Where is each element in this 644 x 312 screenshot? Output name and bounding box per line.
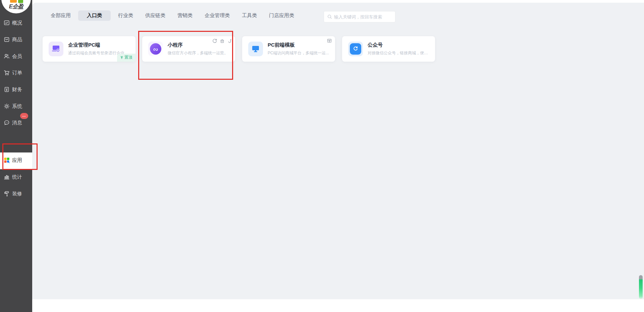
pin-top-label: 置顶 — [124, 55, 132, 60]
browser-icon[interactable] — [327, 39, 332, 43]
brand-logo: E企盈 — [1, 0, 31, 13]
sidebar: E企盈 概况 商品 会员 — [0, 0, 32, 312]
sidebar-item-label: 商品 — [12, 37, 22, 43]
card-action-bar — [212, 39, 232, 43]
goods-box-icon — [4, 37, 10, 43]
tab-marketing-category[interactable]: 营销类 — [173, 10, 197, 21]
app-card-pc-template[interactable]: PC前端模板 PC端访问商城平台，多端统一运... — [242, 36, 335, 62]
system-gear-icon — [4, 103, 10, 109]
decorate-roller-icon — [4, 191, 10, 197]
card-desc: PC端访问商城平台，多端统一运... — [268, 50, 330, 56]
orders-cart-icon — [4, 70, 10, 76]
sidebar-item-system[interactable]: 系统 — [0, 101, 32, 111]
members-users-icon — [4, 53, 10, 59]
pc-admin-icon — [49, 42, 63, 56]
sidebar-item-label: 统计 — [12, 174, 22, 180]
pc-template-icon — [248, 42, 263, 56]
sidebar-item-label: 装修 — [12, 191, 22, 197]
tab-store-app-category[interactable]: 门店应用类 — [264, 10, 299, 21]
app-market-page: 全部应用 入口类 行业类 供应链类 营销类 企业管理类 工具类 门店应用类 企业… — [0, 0, 644, 312]
card-title: 企业管理PC端 — [68, 42, 131, 48]
pin-top-badge[interactable]: 置顶 — [117, 54, 136, 62]
card-title: PC前端模板 — [268, 42, 330, 48]
stats-bar-icon — [4, 174, 10, 180]
finance-yuan-icon — [4, 86, 10, 92]
pin-top-icon — [120, 56, 123, 59]
app-card-pc-admin[interactable]: 企业管理PC端 通过前端会员账号登录进行企业管理 置顶 — [43, 36, 136, 62]
tab-entry-category[interactable]: 入口类 — [78, 10, 111, 21]
sidebar-item-members[interactable]: 会员 — [0, 51, 32, 61]
unlink-icon[interactable] — [227, 39, 232, 43]
refresh-icon[interactable] — [212, 39, 217, 43]
sidebar-item-label: 概况 — [12, 20, 22, 26]
search-icon — [327, 14, 332, 19]
official-account-icon — [348, 42, 363, 56]
tab-tools-category[interactable]: 工具类 — [237, 10, 262, 21]
message-chat-icon — [4, 120, 10, 126]
sidebar-item-finance[interactable]: 财务 — [0, 84, 32, 95]
card-action-bar — [327, 39, 332, 43]
app-card-official-account[interactable]: 公众号 对接微信公众号，链接商城，便于... — [342, 36, 435, 62]
sidebar-item-decorate[interactable]: 装修 — [0, 189, 32, 199]
uninstall-icon[interactable] — [220, 39, 224, 43]
search-box — [324, 11, 395, 22]
sidebar-item-messages[interactable]: 消息 — [0, 118, 32, 128]
tab-industry-category[interactable]: 行业类 — [113, 10, 138, 21]
tab-all-apps[interactable]: 全部应用 — [46, 10, 75, 21]
search-input[interactable] — [334, 14, 393, 19]
card-desc: 对接微信公众号，链接商城，便于... — [368, 50, 430, 56]
app-card-mini-program[interactable]: 小程序 微信官方小程序，多端统一运营。 — [142, 36, 235, 62]
sidebar-item-goods[interactable]: 商品 — [0, 35, 32, 45]
scrollbar-thumb[interactable] — [639, 275, 643, 299]
card-desc: 微信官方小程序，多端统一运营。 — [168, 50, 230, 56]
brand-logo-text: E企盈 — [1, 3, 31, 10]
sidebar-item-label: 消息 — [12, 120, 22, 126]
sidebar-item-orders[interactable]: 订单 — [0, 68, 32, 78]
sidebar-item-label: 会员 — [12, 53, 22, 60]
sidebar-item-label: 订单 — [12, 70, 22, 76]
tab-supply-chain-category[interactable]: 供应链类 — [141, 10, 170, 21]
sidebar-item-label: 系统 — [12, 103, 22, 110]
sidebar-item-label: 财务 — [12, 86, 22, 93]
overview-chart-icon — [4, 20, 10, 26]
message-count-badge: … — [20, 113, 28, 119]
logo-orange-block — [10, 0, 17, 3]
apps-grid-icon — [4, 157, 10, 163]
tab-enterprise-mgmt-category[interactable]: 企业管理类 — [200, 10, 234, 21]
sidebar-item-stats[interactable]: 统计 — [0, 172, 32, 182]
card-title: 公众号 — [368, 42, 430, 48]
sidebar-item-overview[interactable]: 概况 — [0, 18, 32, 28]
mini-program-icon — [148, 42, 163, 56]
sidebar-item-apps[interactable]: 应用 — [0, 155, 32, 165]
category-tab-bar: 全部应用 入口类 行业类 供应链类 营销类 企业管理类 工具类 门店应用类 — [45, 10, 300, 21]
sidebar-item-label: 应用 — [12, 157, 22, 164]
